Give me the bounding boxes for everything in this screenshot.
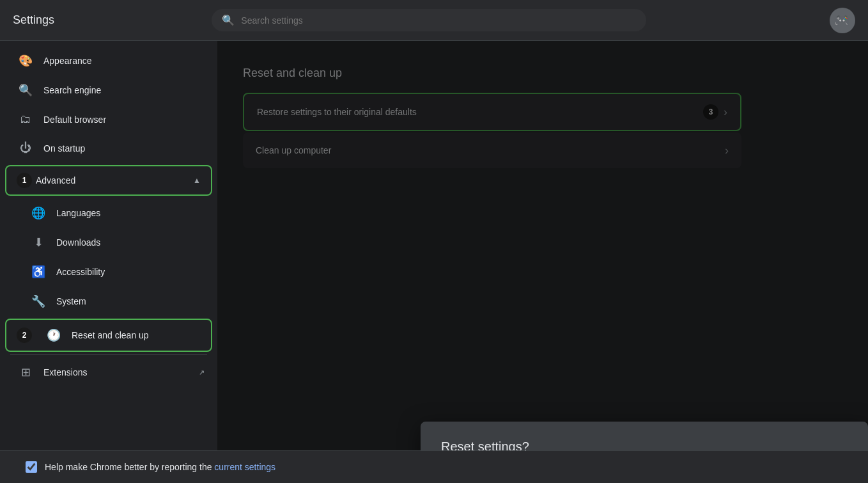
sidebar-item-extensions[interactable]: ⊞ Extensions ↗ (0, 358, 217, 387)
footer-label: Help make Chrome better by reporting the (45, 462, 212, 472)
footer-bar: Help make Chrome better by reporting the… (0, 450, 868, 483)
sidebar-item-accessibility[interactable]: ♿ Accessibility (0, 257, 207, 287)
sidebar-label-on-startup: On startup (43, 143, 85, 154)
search-engine-icon: 🔍 (18, 83, 33, 97)
extensions-icon: ⊞ (18, 365, 33, 379)
sidebar-label-languages: Languages (56, 208, 100, 218)
app-title: Settings (13, 13, 115, 27)
dialog-title: Reset settings? (441, 439, 848, 450)
sidebar-divider (10, 354, 207, 355)
sidebar-item-downloads[interactable]: ⬇ Downloads (0, 228, 207, 257)
main-layout: 🎨 Appearance 🔍 Search engine 🗂 Default b… (0, 41, 868, 450)
help-chrome-checkbox[interactable] (26, 461, 37, 473)
external-link-icon: ↗ (199, 368, 205, 377)
reset-dialog: Reset settings? This action will: Reset … (421, 422, 868, 450)
on-startup-icon: ⏻ (18, 141, 33, 155)
sidebar-label-extensions: Extensions (43, 367, 87, 377)
sidebar-advanced[interactable]: 1 Advanced ▲ (5, 165, 212, 196)
accessibility-icon: ♿ (31, 265, 46, 279)
search-bar[interactable]: 🔍 (212, 9, 646, 31)
sidebar-item-languages[interactable]: 🌐 Languages (0, 198, 207, 228)
sidebar-label-system: System (56, 296, 86, 306)
sidebar-label-reset-clean: Reset and clean up (72, 330, 149, 340)
sidebar-label-appearance: Appearance (43, 56, 92, 66)
current-settings-link[interactable]: current settings (214, 462, 275, 472)
sidebar-item-reset-clean[interactable]: 2 🕐 Reset and clean up (5, 319, 212, 352)
appearance-icon: 🎨 (18, 54, 33, 68)
sidebar-label-default-browser: Default browser (43, 115, 106, 125)
sidebar: 🎨 Appearance 🔍 Search engine 🗂 Default b… (0, 41, 217, 450)
dialog-overlay: Reset settings? This action will: Reset … (217, 41, 868, 450)
advanced-label: Advanced (36, 175, 75, 186)
avatar[interactable]: 🎮 (830, 8, 855, 33)
sidebar-item-on-startup[interactable]: ⏻ On startup (0, 134, 207, 162)
reset-clean-icon: 🕐 (46, 328, 61, 342)
downloads-icon: ⬇ (31, 235, 46, 249)
sidebar-label-accessibility: Accessibility (56, 267, 105, 277)
reset-badge: 2 (17, 328, 32, 343)
sidebar-item-appearance[interactable]: 🎨 Appearance (0, 46, 207, 75)
sidebar-item-search-engine[interactable]: 🔍 Search engine (0, 75, 207, 105)
chevron-up-icon: ▲ (193, 176, 201, 185)
avatar-image: 🎮 (830, 8, 855, 33)
system-icon: 🔧 (31, 294, 46, 308)
search-icon: 🔍 (222, 14, 235, 26)
advanced-badge: 1 (17, 173, 32, 188)
footer-text: Help make Chrome better by reporting the… (45, 462, 275, 472)
sidebar-label-downloads: Downloads (56, 237, 100, 248)
default-browser-icon: 🗂 (18, 113, 33, 126)
content-area: Reset and clean up Restore settings to t… (217, 41, 868, 450)
sidebar-label-search-engine: Search engine (43, 85, 101, 95)
search-input[interactable] (241, 15, 636, 26)
sidebar-item-system[interactable]: 🔧 System (0, 287, 207, 316)
header: Settings 🔍 🎮 (0, 0, 868, 41)
sidebar-item-default-browser[interactable]: 🗂 Default browser (0, 105, 207, 134)
languages-icon: 🌐 (31, 206, 46, 220)
